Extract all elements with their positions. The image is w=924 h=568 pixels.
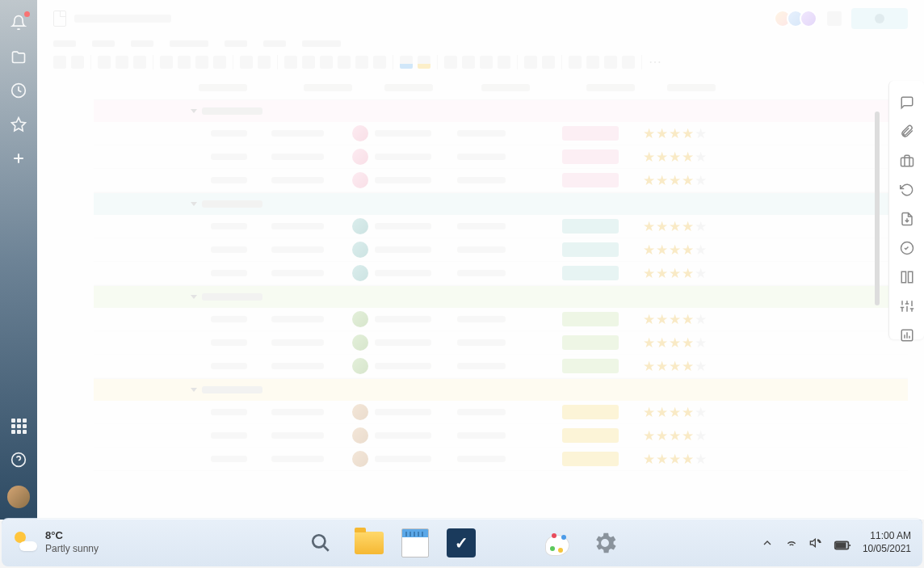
group-header[interactable]	[94, 378, 908, 401]
chart-icon[interactable]	[900, 328, 914, 343]
chevron-up-icon[interactable]	[761, 536, 774, 549]
toolbar-button[interactable]	[53, 56, 66, 69]
toolbar-button[interactable]	[622, 56, 635, 69]
table-row[interactable]: ★★★★★	[94, 215, 908, 238]
toolbar-button[interactable]	[338, 56, 351, 69]
toolbar-button[interactable]	[195, 56, 208, 69]
highlight-button[interactable]	[418, 56, 430, 69]
column-header[interactable]	[481, 84, 530, 91]
vertical-scrollbar[interactable]	[875, 111, 880, 305]
text-color-button[interactable]	[400, 56, 413, 69]
menu-item[interactable]	[263, 40, 286, 47]
apps-icon[interactable]	[11, 419, 27, 434]
paint-button[interactable]	[544, 528, 573, 557]
toolbar-button[interactable]	[569, 56, 582, 69]
toolbar-button[interactable]	[284, 56, 297, 69]
sliders-icon[interactable]	[900, 299, 914, 313]
wifi-icon[interactable]	[785, 536, 798, 549]
calculator-button[interactable]	[494, 527, 526, 559]
table-row[interactable]: ★★★★★	[94, 355, 908, 378]
toolbar-button[interactable]	[586, 56, 599, 69]
toolbar-button[interactable]	[302, 56, 315, 69]
toolbar-button[interactable]	[320, 56, 333, 69]
compare-icon[interactable]	[900, 270, 914, 284]
weather-widget[interactable]: 8°C Partly sunny	[13, 529, 99, 555]
clock[interactable]: 11:00 AM 10/05/2021	[863, 530, 911, 555]
column-header[interactable]	[586, 84, 635, 91]
file-explorer-button[interactable]	[355, 532, 384, 554]
add-icon[interactable]	[10, 150, 27, 166]
group-header[interactable]	[94, 192, 908, 215]
toolbar-button[interactable]	[524, 56, 537, 69]
battery-icon[interactable]	[834, 536, 851, 549]
notepad-button[interactable]	[401, 528, 429, 557]
toolbar-button[interactable]	[240, 56, 253, 69]
status-tag	[562, 312, 619, 326]
menu-item[interactable]	[92, 40, 115, 47]
menu-item[interactable]	[53, 40, 76, 47]
menu-item[interactable]	[302, 40, 341, 47]
folder-icon[interactable]	[10, 48, 27, 65]
table-row[interactable]: ★★★★★	[94, 238, 908, 262]
export-icon[interactable]	[900, 212, 914, 226]
column-header[interactable]	[304, 84, 352, 91]
activity-icon[interactable]	[900, 241, 914, 255]
recent-icon[interactable]	[10, 82, 27, 99]
toolbar-button[interactable]	[71, 56, 84, 69]
help-icon[interactable]	[10, 452, 27, 468]
more-toolbar-icon[interactable]: ⋯	[649, 56, 662, 69]
table-row[interactable]: ★★★★★	[94, 308, 908, 331]
menu-item[interactable]	[170, 40, 208, 47]
table-row[interactable]: ★★★★★	[94, 401, 908, 424]
toolbar-button[interactable]	[604, 56, 617, 69]
table-row[interactable]: ★★★★★	[94, 424, 908, 448]
favorites-icon[interactable]	[10, 116, 27, 133]
toolbar-button[interactable]	[98, 56, 111, 69]
search-button[interactable]	[304, 527, 337, 559]
table-row[interactable]: ★★★★★	[94, 331, 908, 355]
notifications-icon[interactable]	[10, 15, 27, 31]
table-group: ★★★★★★★★★★★★★★★	[94, 99, 908, 192]
toolbar-button[interactable]	[462, 56, 475, 69]
app-button[interactable]: ✓	[447, 528, 476, 557]
toolbar-button[interactable]	[133, 56, 146, 69]
comments-icon[interactable]	[900, 95, 914, 110]
menu-item[interactable]	[131, 40, 153, 47]
toolbar-button[interactable]	[373, 56, 386, 69]
cell	[271, 363, 352, 369]
user-avatar[interactable]	[7, 486, 30, 508]
table-row[interactable]: ★★★★★	[94, 169, 908, 192]
group-header[interactable]	[94, 99, 908, 122]
toolbar-button[interactable]	[444, 56, 457, 69]
settings-button[interactable]	[590, 528, 620, 557]
attachments-icon[interactable]	[900, 124, 914, 139]
share-button[interactable]	[851, 8, 908, 29]
group-header[interactable]	[94, 285, 908, 308]
toolbar-button[interactable]	[213, 56, 226, 69]
star-icon: ★	[682, 452, 694, 466]
table-row[interactable]: ★★★★★	[94, 448, 908, 471]
briefcase-icon[interactable]	[900, 154, 914, 168]
table-row[interactable]: ★★★★★	[94, 262, 908, 285]
person-avatar	[352, 451, 368, 467]
table-row[interactable]: ★★★★★	[94, 122, 908, 145]
toolbar-button[interactable]	[498, 56, 510, 69]
collaborator-avatars[interactable]	[779, 10, 817, 27]
more-icon[interactable]	[827, 11, 842, 26]
menu-item[interactable]	[225, 40, 247, 47]
sound-icon[interactable]	[809, 536, 822, 549]
history-icon[interactable]	[900, 183, 914, 197]
toolbar-button[interactable]	[542, 56, 555, 69]
toolbar-button[interactable]	[258, 56, 271, 69]
table-row[interactable]: ★★★★★	[94, 145, 908, 169]
toolbar-button[interactable]	[480, 56, 493, 69]
column-header[interactable]	[199, 84, 247, 91]
toolbar-button[interactable]	[355, 56, 368, 69]
toolbar-button[interactable]	[160, 56, 173, 69]
column-header[interactable]	[667, 84, 716, 91]
toolbar-button[interactable]	[178, 56, 191, 69]
svg-point-7	[313, 535, 325, 547]
toolbar-button[interactable]	[116, 56, 128, 69]
document-title[interactable]	[74, 15, 171, 23]
column-header[interactable]	[384, 84, 433, 91]
